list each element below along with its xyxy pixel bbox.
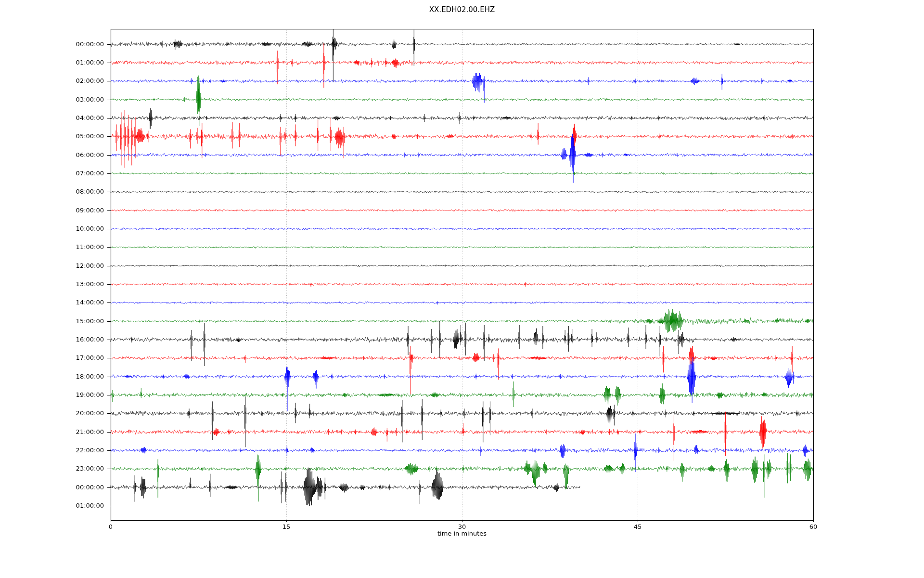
hour-label: 21:00:00 (0, 428, 104, 436)
hour-label: 00:00:00 (0, 484, 104, 491)
hour-label: 17:00:00 (0, 354, 104, 362)
hour-label: 14:00:00 (0, 299, 104, 306)
hour-label: 01:00:00 (0, 59, 104, 66)
hour-label: 02:00:00 (0, 77, 104, 85)
x-tick-label: 30 (448, 523, 476, 531)
hour-label: 06:00:00 (0, 151, 104, 159)
chart-title: XX.EDH02.00.EHZ (111, 5, 813, 14)
hour-label: 19:00:00 (0, 391, 104, 399)
hour-label: 11:00:00 (0, 243, 104, 251)
hour-label: 01:00:00 (0, 502, 104, 510)
x-tick-label: 45 (623, 523, 652, 531)
hour-label: 23:00:00 (0, 465, 104, 473)
hour-label: 08:00:00 (0, 188, 104, 196)
x-tick-label: 15 (272, 523, 301, 531)
hour-label: 12:00:00 (0, 262, 104, 270)
hour-label: 13:00:00 (0, 280, 104, 288)
hour-label: 18:00:00 (0, 373, 104, 381)
hour-label: 04:00:00 (0, 114, 104, 122)
hour-label: 15:00:00 (0, 317, 104, 325)
hour-label: 00:00:00 (0, 40, 104, 48)
helicorder-plot-canvas (0, 0, 924, 578)
hour-label: 07:00:00 (0, 170, 104, 177)
x-tick-label: 60 (799, 523, 828, 531)
hour-label: 03:00:00 (0, 96, 104, 104)
hour-label: 22:00:00 (0, 447, 104, 454)
hour-label: 16:00:00 (0, 336, 104, 343)
x-tick-label: 0 (96, 523, 125, 531)
hour-label: 05:00:00 (0, 132, 104, 140)
x-axis-label: time in minutes (111, 530, 813, 537)
hour-label: 10:00:00 (0, 225, 104, 233)
hour-label: 20:00:00 (0, 409, 104, 417)
hour-label: 09:00:00 (0, 207, 104, 214)
seismogram-page: XX.EDH02.00.EHZ time in minutes 00:00:00… (0, 0, 924, 578)
